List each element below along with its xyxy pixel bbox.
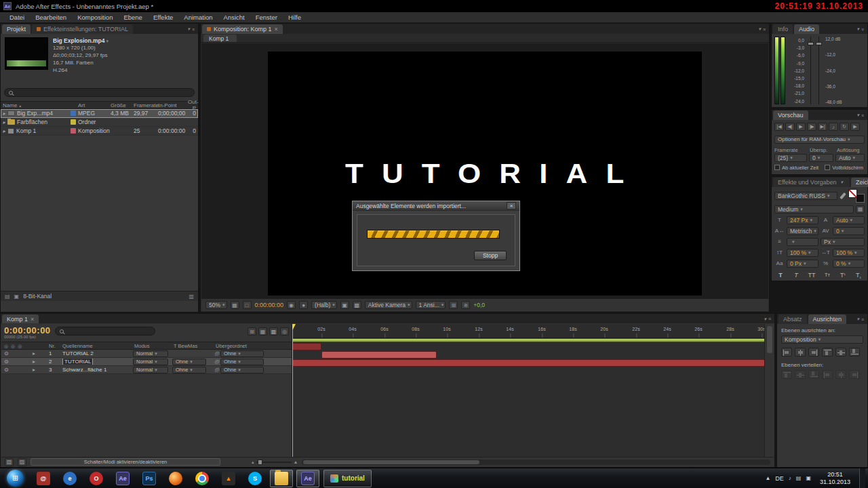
layer-name[interactable]: Schwarz...fläche 1 xyxy=(62,367,133,373)
distribute-bottom-button[interactable] xyxy=(808,370,819,379)
frame-blend-icon[interactable]: ▩ xyxy=(269,327,278,336)
panel-menu-icon[interactable] xyxy=(856,314,866,324)
project-table-header[interactable]: Name Art Größe Framerate In-Point Out-P xyxy=(1,101,198,109)
timeline-zoom-slider[interactable]: ▴▲ xyxy=(252,460,298,465)
timeline-track-area[interactable]: 02s 04s 06s 08s 10s 12s 14s 16s 18s 20s … xyxy=(292,324,774,457)
menu-effekte[interactable]: Effekte xyxy=(148,14,178,21)
pickwhip-icon[interactable] xyxy=(214,359,219,365)
interpret-footage-icon[interactable]: ▤ xyxy=(5,293,10,300)
tab-audio[interactable]: Audio xyxy=(794,24,819,34)
chrome-icon[interactable] xyxy=(191,470,214,487)
internet-explorer-icon[interactable]: e xyxy=(58,470,81,487)
after-effects-icon[interactable]: Ae xyxy=(111,470,134,487)
next-frame-button[interactable]: |▶ xyxy=(807,123,816,131)
menu-datei[interactable]: Datei xyxy=(4,14,30,21)
vlc-icon[interactable]: ▲ xyxy=(217,470,240,487)
opera-icon[interactable]: O xyxy=(85,470,108,487)
skype-icon[interactable]: S xyxy=(243,470,267,487)
current-time-indicator[interactable] xyxy=(292,324,293,457)
menu-fenster[interactable]: Fenster xyxy=(250,14,283,21)
work-area-bar[interactable] xyxy=(292,338,765,342)
menu-bearbeiten[interactable]: Bearbeiten xyxy=(30,14,72,21)
timeline-horizontal-scrollbar[interactable] xyxy=(302,460,770,465)
action-center-icon[interactable]: ▣ xyxy=(806,475,811,481)
tray-expand-icon[interactable]: ▲ xyxy=(765,475,770,481)
tutorial-window-button[interactable]: tutorial xyxy=(323,470,372,487)
play-button[interactable]: ▶ xyxy=(796,123,806,131)
font-size-select[interactable]: 247 Px xyxy=(787,216,818,224)
layer-row-3[interactable]: 3 Schwarz...fläche 1 Normal Ohne Ohne xyxy=(1,366,292,374)
horizontal-scale-select[interactable]: 100 % xyxy=(833,249,865,257)
layer-bar-2[interactable] xyxy=(321,351,437,359)
twirl-icon[interactable] xyxy=(3,127,5,134)
panel-menu-icon[interactable] xyxy=(187,24,197,34)
track-matte-select[interactable]: Ohne xyxy=(172,367,206,373)
audio-level-sliders[interactable] xyxy=(806,37,824,104)
column-name[interactable]: Name xyxy=(1,102,68,108)
panel-menu-icon[interactable] xyxy=(856,24,866,34)
active-camera-select[interactable]: Aktive Kamera xyxy=(365,301,412,309)
snapshot-icon[interactable]: ◉ xyxy=(287,301,296,309)
layer-row-1[interactable]: 1 TUTORIAL 2 Normal Ohne xyxy=(1,350,292,358)
eyedropper-icon[interactable] xyxy=(840,192,846,200)
layer-row-2[interactable]: 2 TUTORIAL Normal Ohne Ohne xyxy=(1,358,292,366)
label-color-swatch[interactable] xyxy=(71,119,76,125)
tab-zeichen[interactable]: Zeich xyxy=(851,178,868,187)
color-grid-icon[interactable]: ▦ xyxy=(856,205,865,214)
audio-toggle-button[interactable]: ♪ xyxy=(829,123,838,131)
distribute-horizontal-button[interactable] xyxy=(835,370,846,379)
last-frame-button[interactable]: ▶| xyxy=(818,123,827,131)
fast-preview-icon[interactable]: ≋ xyxy=(461,301,470,309)
stroke-unit-select[interactable]: Px xyxy=(821,238,865,246)
fullscreen-checkbox[interactable] xyxy=(825,165,830,170)
project-row-footage[interactable]: Big Exp...mp4 MPEG 4,3 MB 29,97 0;00;00;… xyxy=(1,109,198,118)
safe-zones-icon[interactable]: ▦ xyxy=(231,301,239,309)
composition-viewer[interactable]: TUTORIAL Ausgewählte Elemente werden imp… xyxy=(201,43,768,298)
transparency-grid-icon[interactable]: ▩ xyxy=(353,301,361,309)
project-row-comp[interactable]: Komp 1 Komposition 25 0:00:00:00 0 xyxy=(1,127,198,136)
label-color-swatch[interactable] xyxy=(71,128,76,134)
subtab-komp1[interactable]: Komp 1 xyxy=(203,35,237,42)
language-indicator[interactable]: DE xyxy=(775,475,784,482)
eye-icon[interactable] xyxy=(4,359,9,365)
tab-effekte-und-vorgaben[interactable]: Effekte und Vorgaben xyxy=(773,178,850,187)
trash-icon[interactable]: ▥ xyxy=(189,293,194,300)
align-right-button[interactable] xyxy=(808,348,819,357)
firefox-icon[interactable] xyxy=(164,470,187,487)
twirl-icon[interactable] xyxy=(33,350,41,357)
viewer-timecode[interactable]: 0:00:00:00 xyxy=(255,302,284,308)
time-ruler[interactable]: 02s 04s 06s 08s 10s 12s 14s 16s 18s 20s … xyxy=(292,324,764,338)
menu-komposition[interactable]: Komposition xyxy=(72,14,118,21)
mask-visibility-icon[interactable]: □ xyxy=(243,301,252,309)
first-frame-button[interactable]: |◀ xyxy=(774,123,784,131)
stroke-width-select[interactable] xyxy=(787,238,818,246)
align-left-button[interactable] xyxy=(781,348,792,357)
tab-effekteinstellungen[interactable]: Effekteinstellungen: TUTORIAL xyxy=(32,24,133,34)
ram-preview-options-select[interactable]: Optionen für RAM-Vorschau xyxy=(774,136,865,144)
show-desktop-button[interactable] xyxy=(859,468,865,488)
start-button[interactable] xyxy=(7,470,24,487)
align-bottom-button[interactable] xyxy=(849,348,860,357)
blend-mode-select[interactable]: Normal xyxy=(133,359,168,365)
tray-clock[interactable]: 20:51 31.10.2013 xyxy=(816,471,854,486)
panel-menu-icon[interactable] xyxy=(758,24,768,34)
layer-bar-1[interactable] xyxy=(292,343,321,350)
subscript-button[interactable]: T₁ xyxy=(854,272,863,279)
kerning-select[interactable]: Metrisch xyxy=(787,227,818,235)
previous-frame-button[interactable]: ◀| xyxy=(785,123,795,131)
close-icon[interactable] xyxy=(31,316,34,323)
blend-mode-select[interactable]: Normal xyxy=(133,367,168,373)
exposure-value[interactable]: +0,0 xyxy=(473,302,485,308)
twirl-icon[interactable] xyxy=(3,119,5,125)
twirl-icon[interactable] xyxy=(3,110,5,117)
column-framerate[interactable]: Framerate xyxy=(134,102,158,108)
tab-projekt[interactable]: Projekt xyxy=(2,24,31,34)
email-icon[interactable]: @ xyxy=(32,470,55,487)
layer-name[interactable]: TUTORIAL 2 xyxy=(62,350,133,357)
pickwhip-icon[interactable] xyxy=(214,367,219,373)
all-caps-button[interactable]: TT xyxy=(807,272,816,279)
draft-3d-icon[interactable]: ▦ xyxy=(258,327,267,336)
blend-mode-select[interactable]: Normal xyxy=(133,350,168,357)
column-groesse[interactable]: Größe xyxy=(111,102,134,108)
composition-mini-flowchart-icon[interactable]: ⊞ xyxy=(248,327,256,336)
